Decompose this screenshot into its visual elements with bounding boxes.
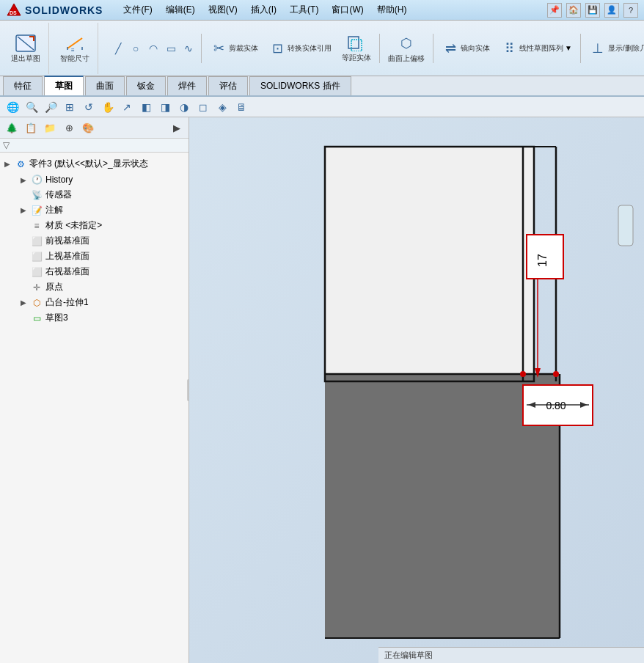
tree-item-sketch3[interactable]: ▭ 草图3	[0, 310, 189, 326]
menu-window[interactable]: 窗口(W)	[326, 2, 369, 18]
main-area: 🌲 📋 📁 ⊕ 🎨 ▶ ▽ ▶ ⚙ 零件3 (默认<<默认>_显示状态 ▶ 🕐 …	[0, 117, 644, 663]
offset-icon	[345, 33, 368, 52]
menu-view[interactable]: 视图(V)	[202, 2, 244, 18]
tree-root-item[interactable]: ▶ ⚙ 零件3 (默认<<默认>_显示状态	[0, 155, 189, 172]
linear-array-label: 线性草图阵列	[519, 43, 563, 54]
tb2-pan-button[interactable]: ✋	[100, 99, 116, 115]
svg-text:DS: DS	[10, 10, 17, 15]
save-button[interactable]: 💾	[585, 3, 600, 18]
exit-sketch-icon	[14, 33, 37, 54]
tree-item-annotation[interactable]: ▶ 📝 注解	[0, 202, 189, 218]
status-bar: 正在编辑草图	[378, 647, 644, 663]
tb2-zoom-button[interactable]: 🔎	[43, 99, 59, 115]
tb2-hidden-button[interactable]: ◈	[214, 99, 230, 115]
convert-button[interactable]: ⊡ 转换实体引用	[265, 38, 335, 59]
mirror-button[interactable]: ⇌ 镜向实体	[438, 38, 494, 59]
show-relations-icon: ⊥	[589, 40, 607, 56]
arc-tool-button[interactable]: ◠	[145, 40, 161, 56]
tb2-wireframe-button[interactable]: ◻	[195, 99, 211, 115]
tb2-view2-button[interactable]: ◨	[157, 99, 173, 115]
smart-dim-icon: ≡	[63, 33, 87, 54]
svg-rect-8	[348, 37, 359, 48]
tb2-shading-button[interactable]: ◑	[176, 99, 192, 115]
spline-tool-button[interactable]: ∿	[180, 40, 197, 56]
exit-sketch-label: 退出草图	[11, 54, 40, 64]
rect-tool-button[interactable]: ▭	[163, 40, 179, 56]
history-icon: 🕐	[31, 174, 43, 186]
tree-item-sensor[interactable]: 📡 传感器	[0, 187, 189, 202]
tb2-search-button[interactable]: 🔍	[23, 99, 40, 115]
filter-icon: ▽	[3, 140, 10, 150]
convert-label: 转换实体引用	[288, 43, 332, 54]
filter-bar: ▽	[0, 139, 189, 153]
root-expand-icon: ▶	[4, 160, 12, 168]
menu-edit[interactable]: 编辑(E)	[160, 2, 201, 18]
menu-help[interactable]: 帮助(H)	[371, 2, 413, 18]
tree-item-history[interactable]: ▶ 🕐 History	[0, 172, 189, 187]
exit-sketch-button[interactable]: 退出草图	[7, 31, 44, 66]
menu-insert[interactable]: 插入(I)	[245, 2, 282, 18]
sensor-icon: 📡	[31, 189, 43, 201]
tb2-globe-button[interactable]: 🌐	[4, 99, 21, 115]
app-name-text: SOLIDWORKS	[25, 4, 103, 16]
tb2-view1-button[interactable]: ◧	[138, 99, 154, 115]
svg-text:≡: ≡	[71, 47, 75, 53]
menu-tools[interactable]: 工具(T)	[284, 2, 324, 18]
panel-btn-appearance[interactable]: 🎨	[79, 120, 97, 136]
user-button[interactable]: 👤	[604, 3, 619, 18]
trim-icon: ✂	[210, 40, 227, 56]
tb2-rotate-button[interactable]: ↺	[81, 99, 97, 115]
tree-item-extrude1[interactable]: ▶ ⬡ 凸台-拉伸1	[0, 295, 189, 310]
tb2-select-button[interactable]: ↗	[119, 99, 135, 115]
panel-btn-configs[interactable]: 📁	[41, 120, 59, 136]
panel-btn-featuretree[interactable]: 🌲	[3, 120, 21, 136]
tab-weldment[interactable]: 焊件	[167, 76, 207, 95]
panel-btn-dim[interactable]: ⊕	[60, 120, 78, 136]
convert-icon: ⊡	[268, 40, 286, 56]
svg-point-19	[520, 371, 526, 377]
tree-item-right-plane[interactable]: ⬜ 右视基准面	[0, 264, 189, 279]
line-tool-button[interactable]: ╱	[110, 40, 126, 56]
smart-dim-label: 智能尺寸	[60, 54, 89, 64]
svg-rect-9	[351, 40, 362, 51]
dim-vertical-value: 17	[536, 254, 549, 267]
circle-tool-button[interactable]: ○	[128, 40, 144, 56]
tb2-display-button[interactable]: 🖥	[233, 99, 249, 115]
tab-surface[interactable]: 曲面	[85, 76, 125, 95]
linear-array-icon: ⠿	[500, 40, 518, 56]
tree-item-front-plane[interactable]: ⬜ 前视基准面	[0, 233, 189, 249]
svg-rect-10	[325, 147, 534, 374]
tree-item-material[interactable]: ≡ 材质 <未指定>	[0, 218, 189, 233]
tree-item-top-plane[interactable]: ⬜ 上视基准面	[0, 249, 189, 264]
sep5	[580, 34, 581, 63]
panel-btn-properties[interactable]: 📋	[22, 120, 40, 136]
linear-array-button[interactable]: ⠿ 线性草图阵列 ▼	[497, 38, 576, 59]
pin-button[interactable]: 📌	[547, 3, 562, 18]
trim-button[interactable]: ✂ 剪裁实体	[206, 38, 262, 59]
tab-sheetmetal[interactable]: 钣金	[126, 76, 166, 95]
annotation-expand-icon: ▶	[21, 206, 28, 214]
annotation-label: 注解	[45, 204, 63, 216]
tb2-fit-button[interactable]: ⊞	[62, 99, 78, 115]
smart-dim-button[interactable]: ≡ 智能尺寸	[56, 31, 93, 66]
cad-canvas[interactable]: 17 0.80 Y 正在编辑草图	[189, 117, 644, 663]
mirror-label: 镜向实体	[461, 43, 490, 54]
tree-item-origin[interactable]: ✛ 原点	[0, 279, 189, 295]
tab-addins[interactable]: SOLIDWORKS 插件	[249, 76, 351, 95]
tab-sketch[interactable]: 草图	[44, 76, 84, 95]
show-relations-label: 显示/删除几何关系	[608, 43, 644, 54]
panel-expand-button[interactable]: ▶	[168, 120, 186, 136]
surface-offset-label: 曲面上偏移	[388, 54, 425, 64]
toolbar-group-exit: 退出草图	[3, 23, 49, 74]
home-button[interactable]: 🏠	[566, 3, 581, 18]
tab-feature[interactable]: 特征	[3, 76, 43, 95]
tab-evaluate[interactable]: 评估	[208, 76, 248, 95]
show-relations-button[interactable]: ⊥ 显示/删除几何关系 ▼	[585, 38, 644, 59]
part-icon: ⚙	[15, 158, 26, 170]
menu-file[interactable]: 文件(F)	[117, 2, 158, 18]
help-button[interactable]: ?	[623, 3, 638, 18]
surface-offset-button[interactable]: ⬡ 曲面上偏移	[384, 31, 428, 66]
offset-button[interactable]: 等距实体	[338, 31, 375, 65]
right-plane-icon: ⬜	[31, 266, 43, 278]
extrude1-label: 凸台-拉伸1	[45, 296, 89, 309]
